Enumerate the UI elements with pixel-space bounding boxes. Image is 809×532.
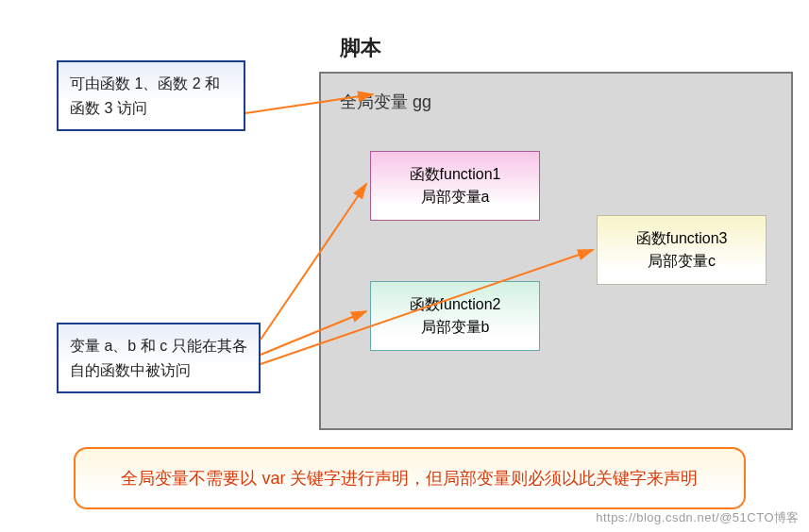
callout-local-access: 变量 a、b 和 c 只能在其各自的函数中被访问 <box>57 323 261 393</box>
function1-box: 函数function1 局部变量a <box>370 151 540 221</box>
function3-var: 局部变量c <box>611 250 752 273</box>
function2-box: 函数function2 局部变量b <box>370 281 540 351</box>
watermark-text: https://blog.csdn.net/@51CTO博客 <box>596 509 800 526</box>
note-banner: 全局变量不需要以 var 关键字进行声明，但局部变量则必须以此关键字来声明 <box>74 447 746 509</box>
script-title: 脚本 <box>340 34 381 62</box>
function3-box: 函数function3 局部变量c <box>597 215 767 285</box>
callout-global-access: 可由函数 1、函数 2 和函数 3 访问 <box>57 60 245 131</box>
function2-name: 函数function2 <box>384 293 526 316</box>
function3-name: 函数function3 <box>611 227 752 250</box>
function2-var: 局部变量b <box>384 316 526 339</box>
global-variable-label: 全局变量 gg <box>340 91 776 113</box>
function1-var: 局部变量a <box>384 186 526 208</box>
function1-name: 函数function1 <box>384 163 526 186</box>
